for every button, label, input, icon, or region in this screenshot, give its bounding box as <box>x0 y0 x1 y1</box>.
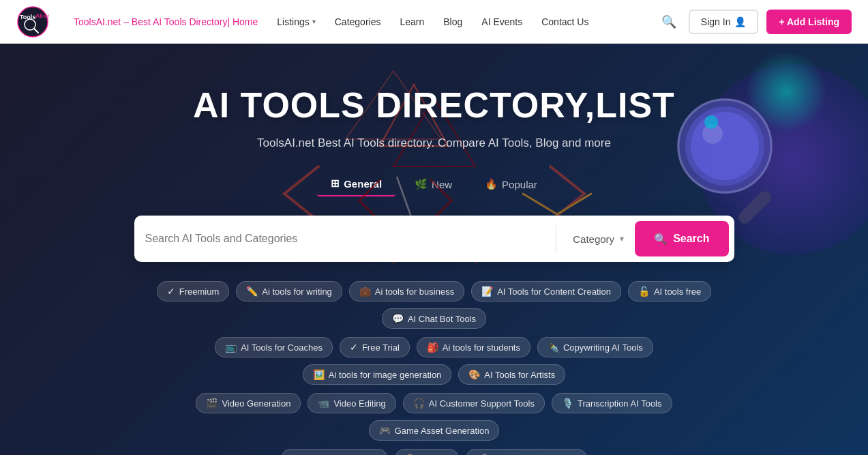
nav-item-contact[interactable]: Contact Us <box>533 11 597 33</box>
svg-rect-10 <box>736 188 773 226</box>
tag-chip[interactable]: 🎙️Transcription AI Tools <box>552 393 672 413</box>
tag-icon: 🖼️ <box>313 369 325 380</box>
chevron-down-icon: ▾ <box>312 18 316 25</box>
nav-item-ai-events[interactable]: AI Events <box>473 11 530 33</box>
tab-new[interactable]: 🌿 New <box>401 173 466 196</box>
hero-content: AI TOOLS DIRECTORY,LIST ToolsAI.net Best… <box>179 85 689 172</box>
tag-chip[interactable]: 📺AI Tools for Coaches <box>215 337 333 357</box>
tag-icon: ✓ <box>350 342 358 353</box>
tag-icon: ✏️ <box>246 286 258 297</box>
tag-chip[interactable]: 🎬Video Generation <box>196 393 301 413</box>
tag-label: Ai tools for writing <box>262 287 332 297</box>
tag-chip[interactable]: ✓Free Trial <box>340 337 410 357</box>
search-icon: 🔍 <box>654 233 668 246</box>
search-icon: 🔍 <box>661 15 676 29</box>
tag-chip[interactable]: ✓Freemium <box>157 281 230 302</box>
fire-icon: 🔥 <box>485 178 498 190</box>
tag-icon: 💬 <box>392 313 404 324</box>
signin-button[interactable]: Sign In 👤 <box>689 10 759 34</box>
tag-label: Game Asset Generation <box>395 426 490 436</box>
nav-item-listings[interactable]: Listings ▾ <box>269 11 323 33</box>
tag-chip[interactable]: 💻AI tools for coding <box>281 449 388 455</box>
tag-label: AI Tools for Artists <box>484 370 555 380</box>
tag-icon: 🎙️ <box>562 398 573 409</box>
tag-label: Freemium <box>179 287 220 297</box>
category-dropdown[interactable]: Category ▾ <box>562 233 635 245</box>
tag-chip[interactable]: 🎤AI tools for voice over <box>466 449 587 455</box>
tag-chip[interactable]: 📝AI Tools for Content Creation <box>471 281 621 302</box>
header-actions: 🔍 Sign In 👤 + Add Listing <box>657 10 852 34</box>
tag-icon: ✓ <box>167 286 175 297</box>
tag-chips-section: ✓Freemium✏️Ai tools for writing💼Ai tools… <box>128 281 741 455</box>
grid-icon: ⊞ <box>331 177 340 190</box>
tag-icon: 📺 <box>225 342 237 353</box>
nav-item-categories[interactable]: Categories <box>327 11 389 33</box>
tag-chip[interactable]: 📹Video Editing <box>308 393 395 413</box>
hero-title: AI TOOLS DIRECTORY,LIST <box>193 85 675 126</box>
tags-row-4: 💻AI tools for coding🎨Design🎤AI tools for… <box>281 449 587 455</box>
search-bar: Category ▾ 🔍 Search <box>134 216 734 262</box>
tab-general[interactable]: ⊞ General <box>317 172 395 196</box>
add-listing-button[interactable]: + Add Listing <box>766 10 852 34</box>
tag-chip[interactable]: 🎧AI Customer Support Tools <box>403 393 545 413</box>
tab-popular[interactable]: 🔥 Popular <box>471 173 551 196</box>
tag-chip[interactable]: ✒️Copywriting AI Tools <box>537 337 653 357</box>
tag-icon: 🎬 <box>206 398 218 409</box>
tag-chip[interactable]: 🎨AI Tools for Artists <box>458 364 565 385</box>
main-nav: ToolsAI.net – Best AI Tools Directory| H… <box>65 11 657 33</box>
header-search-button[interactable]: 🔍 <box>657 10 680 33</box>
search-divider <box>556 225 556 252</box>
tag-icon: 📝 <box>481 286 493 297</box>
tag-label: Video Generation <box>222 398 290 409</box>
tag-icon: 🎒 <box>427 342 438 353</box>
tag-label: AI Chat Bot Tools <box>408 314 476 324</box>
tag-chip[interactable]: 💼Ai tools for business <box>349 281 464 302</box>
tag-icon: 📹 <box>318 398 329 409</box>
tag-label: AI tools free <box>654 287 701 297</box>
tag-label: Ai tools for business <box>375 287 454 297</box>
leaf-icon: 🌿 <box>415 178 428 190</box>
tag-chip[interactable]: 🔓AI tools free <box>628 281 711 302</box>
tag-chip[interactable]: 🖼️Ai tools for image generation <box>303 364 451 385</box>
tag-label: Transcription AI Tools <box>578 398 662 409</box>
tag-chip[interactable]: 🎮Game Asset Generation <box>369 420 500 441</box>
tag-label: Copywriting AI Tools <box>563 342 643 353</box>
search-input[interactable] <box>145 233 551 245</box>
tags-row-1: ✓Freemium✏️Ai tools for writing💼Ai tools… <box>141 281 728 329</box>
tag-chip[interactable]: ✏️Ai tools for writing <box>236 281 342 302</box>
svg-point-0 <box>18 7 48 37</box>
tag-chip[interactable]: 🎨Design <box>395 449 458 455</box>
chevron-down-icon: ▾ <box>620 234 624 244</box>
tags-row-3: 🎬Video Generation📹Video Editing🎧AI Custo… <box>141 393 728 441</box>
tags-row-2: 📺AI Tools for Coaches✓Free Trial🎒Ai tool… <box>141 337 728 385</box>
hero-subtitle: ToolsAI.net Best AI Tools directory. Com… <box>193 136 675 150</box>
tag-label: Video Editing <box>333 398 385 409</box>
logo[interactable]: Tools AI .net <box>16 5 52 38</box>
tag-label: AI Tools for Coaches <box>241 342 323 353</box>
tag-icon: 🎧 <box>413 398 425 409</box>
tag-label: Free Trial <box>362 342 400 353</box>
tag-label: Ai tools for image generation <box>329 370 441 380</box>
tag-icon: 🎨 <box>468 369 480 380</box>
nav-item-home[interactable]: ToolsAI.net – Best AI Tools Directory| H… <box>65 11 266 33</box>
tag-icon: 💼 <box>359 286 371 297</box>
tag-label: Ai tools for students <box>443 342 520 353</box>
tag-label: AI Tools for Content Creation <box>497 287 611 297</box>
category-label: Category <box>573 233 614 245</box>
nav-item-blog[interactable]: Blog <box>435 11 470 33</box>
nav-item-learn[interactable]: Learn <box>391 11 432 33</box>
hero-section: AI TOOLS DIRECTORY,LIST ToolsAI.net Best… <box>0 44 868 455</box>
tag-icon: 🎮 <box>379 425 391 436</box>
tag-chip[interactable]: 🎒Ai tools for students <box>417 337 530 357</box>
svg-point-13 <box>691 112 759 180</box>
tag-icon: ✒️ <box>548 342 559 353</box>
tag-label: AI Customer Support Tools <box>429 398 535 409</box>
header: Tools AI .net ToolsAI.net – Best AI Tool… <box>0 0 868 44</box>
tag-icon: 🔓 <box>638 286 650 297</box>
tag-chip[interactable]: 💬AI Chat Bot Tools <box>382 308 486 329</box>
user-icon: 👤 <box>734 16 746 27</box>
svg-text:.net: .net <box>41 14 49 18</box>
search-tabs: ⊞ General 🌿 New 🔥 Popular <box>317 172 551 196</box>
svg-point-15 <box>704 115 718 129</box>
search-button[interactable]: 🔍 Search <box>635 221 728 256</box>
